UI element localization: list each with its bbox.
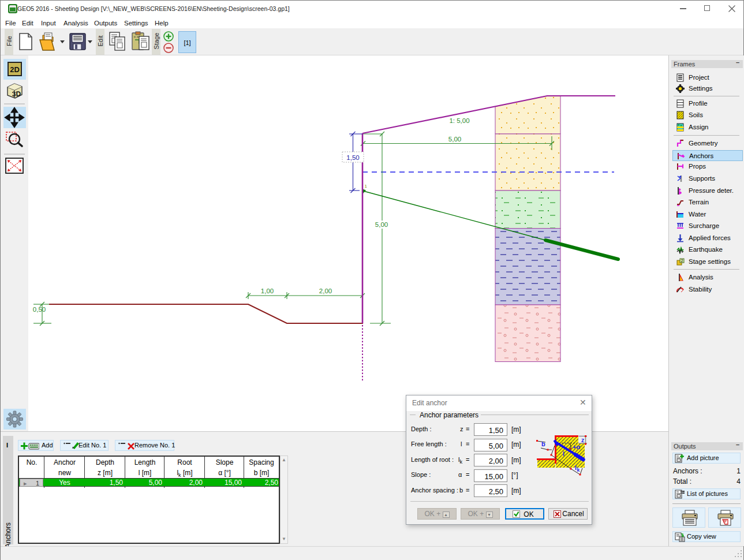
svg-text:2,00: 2,00 (319, 288, 332, 294)
svg-text:2: 2 (681, 259, 683, 263)
svg-text:+α: +α (573, 443, 580, 450)
svg-text:1: 1 (365, 184, 368, 189)
svg-text:0,50: 0,50 (33, 306, 46, 313)
svg-text:5,00: 5,00 (448, 136, 461, 143)
svg-text:1,00: 1,00 (261, 288, 274, 294)
svg-text:1,50: 1,50 (346, 154, 359, 161)
svg-text:z: z (581, 436, 584, 443)
svg-text:5,00: 5,00 (375, 221, 388, 228)
svg-text:1: 5,00: 1: 5,00 (449, 117, 469, 124)
svg-text:k: k (577, 467, 580, 473)
svg-text:3D: 3D (12, 89, 21, 98)
svg-text:2D: 2D (10, 65, 20, 74)
svg-text:b: b (541, 440, 545, 447)
svg-text:l: l (563, 450, 564, 457)
